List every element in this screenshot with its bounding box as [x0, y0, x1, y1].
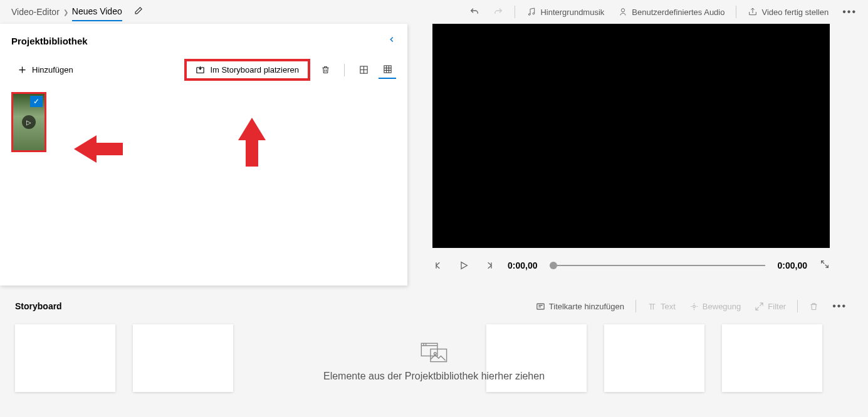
add-label: Hinzufügen	[32, 65, 73, 75]
grid-small-button[interactable]	[379, 61, 396, 79]
time-current: 0:00,00	[508, 260, 537, 270]
grid-large-button[interactable]	[355, 61, 372, 79]
player-controls: 0:00,00 0:00,00	[432, 259, 830, 272]
storyboard-slot[interactable]	[486, 324, 587, 392]
separator	[635, 300, 636, 312]
svg-rect-5	[384, 66, 390, 73]
svg-point-0	[529, 14, 531, 16]
delete-button[interactable]	[316, 61, 334, 79]
titlecard-label: Titelkarte hinzufügen	[549, 302, 624, 311]
separator	[736, 6, 736, 18]
breadcrumb: Video-Editor ❯ Neues Video	[5, 3, 143, 21]
next-frame-button[interactable]	[483, 259, 495, 272]
chevron-right-icon: ❯	[63, 9, 68, 16]
filter-button[interactable]: Filter	[748, 299, 792, 314]
storyboard-drop-zone[interactable]: Elemente aus der Projektbibliothek hierh…	[15, 324, 853, 399]
storyboard-panel: Storyboard Titelkarte hinzufügen Text Be…	[0, 298, 868, 399]
play-button[interactable]	[458, 259, 470, 272]
storyboard-title: Storyboard	[15, 301, 62, 311]
svg-point-2	[622, 9, 625, 12]
storyboard-slot[interactable]	[133, 324, 233, 392]
place-storyboard-button[interactable]: Im Storyboard platzieren	[184, 59, 310, 81]
separator	[344, 64, 345, 76]
finish-video-label: Video fertig stellen	[761, 8, 829, 17]
project-library-panel: Projektbibliothek Hinzufügen Im Storyboa…	[0, 24, 407, 286]
fullscreen-button[interactable]	[820, 259, 830, 272]
finish-video-button[interactable]: Video fertig stellen	[741, 4, 835, 19]
library-title: Projektbibliothek	[11, 36, 88, 46]
redo-button[interactable]	[487, 4, 510, 19]
play-icon: ▷	[22, 115, 36, 129]
text-button[interactable]: Text	[641, 299, 682, 314]
undo-button[interactable]	[463, 4, 486, 19]
top-toolbar: Video-Editor ❯ Neues Video Hintergrundmu…	[0, 0, 868, 24]
storyboard-delete-button[interactable]	[803, 299, 825, 314]
collapse-library-button[interactable]	[387, 35, 396, 46]
add-button[interactable]: Hinzufügen	[11, 61, 80, 78]
titlecard-button[interactable]: Titelkarte hinzufügen	[530, 299, 630, 314]
separator	[515, 6, 515, 18]
annotation-arrow-up	[238, 118, 266, 167]
preview-panel: 0:00,00 0:00,00	[432, 24, 868, 286]
storyboard-slot[interactable]	[604, 324, 704, 392]
annotation-arrow-left	[74, 135, 123, 163]
filter-label: Filter	[768, 302, 786, 311]
selected-check-icon: ✓	[30, 96, 43, 107]
edit-icon[interactable]	[133, 6, 143, 18]
top-actions: Hintergrundmusik Benutzerdefiniertes Aud…	[463, 4, 863, 20]
storyboard-more-button[interactable]: •••	[826, 298, 853, 314]
custom-audio-button[interactable]: Benutzerdefiniertes Audio	[612, 4, 731, 19]
more-button[interactable]: •••	[836, 4, 863, 20]
media-thumbnail[interactable]: ✓ ▷	[11, 92, 46, 152]
text-label: Text	[661, 302, 676, 311]
preview-canvas	[432, 24, 830, 248]
motion-button[interactable]: Bewegung	[683, 299, 747, 314]
storyboard-slot[interactable]	[15, 324, 115, 392]
bg-music-button[interactable]: Hintergrundmusik	[520, 4, 610, 19]
time-total: 0:00,00	[778, 260, 807, 270]
separator	[797, 300, 798, 312]
timeline-scrubber[interactable]	[550, 265, 765, 266]
motion-label: Bewegung	[703, 302, 741, 311]
place-label: Im Storyboard platzieren	[210, 65, 299, 75]
prev-frame-button[interactable]	[432, 259, 445, 272]
storyboard-slot[interactable]	[722, 324, 822, 392]
svg-point-1	[533, 13, 535, 14]
bg-music-label: Hintergrundmusik	[540, 8, 604, 17]
svg-rect-6	[537, 304, 544, 309]
custom-audio-label: Benutzerdefiniertes Audio	[632, 8, 724, 17]
breadcrumb-app[interactable]: Video-Editor	[11, 7, 60, 17]
svg-point-7	[693, 305, 695, 307]
breadcrumb-title[interactable]: Neues Video	[72, 6, 122, 21]
